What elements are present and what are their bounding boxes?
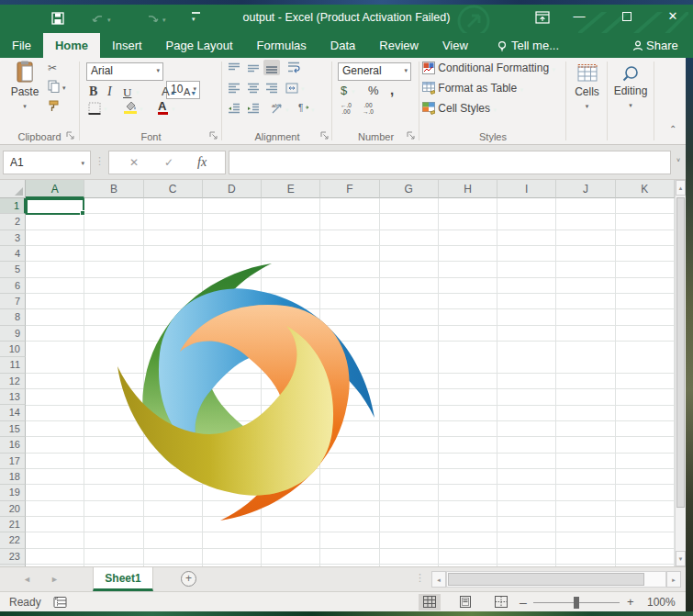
fill-color-button[interactable] xyxy=(124,100,137,114)
zoom-in-icon[interactable]: + xyxy=(627,595,634,609)
company-logo-image[interactable] xyxy=(108,254,384,530)
sheet-tab[interactable]: Sheet1 xyxy=(93,567,153,591)
accounting-format-button[interactable]: $ xyxy=(341,84,347,97)
hscroll-left-icon[interactable]: ◄ xyxy=(431,571,446,588)
align-left-icon[interactable] xyxy=(228,83,240,94)
number-dialog-launcher-icon[interactable] xyxy=(407,131,416,140)
row-header[interactable]: 12 xyxy=(0,374,26,389)
borders-caret-icon[interactable]: ▾ xyxy=(104,106,107,113)
ribbon-tab[interactable]: File xyxy=(0,33,43,58)
view-normal-button[interactable] xyxy=(419,594,441,610)
align-middle-icon[interactable] xyxy=(247,62,260,73)
row-header[interactable]: 13 xyxy=(0,389,26,405)
view-page-break-button[interactable] xyxy=(490,594,512,610)
column-header[interactable]: G xyxy=(380,180,439,198)
row-header[interactable]: 7 xyxy=(0,294,26,309)
font-family-select[interactable]: Arial▾ xyxy=(86,62,163,81)
align-right-icon[interactable] xyxy=(265,83,278,94)
column-header[interactable]: I xyxy=(497,180,556,198)
select-all-corner[interactable] xyxy=(0,180,26,198)
row-header[interactable]: 19 xyxy=(0,485,26,500)
merge-center-icon[interactable] xyxy=(285,83,298,94)
scroll-up-icon[interactable]: ▲ xyxy=(676,180,686,196)
decrease-indent-icon[interactable] xyxy=(228,103,240,114)
maximize-button[interactable] xyxy=(611,5,643,28)
font-color-button[interactable]: A xyxy=(158,99,166,113)
name-box[interactable]: A1 ▾ xyxy=(3,151,91,174)
align-bottom-icon[interactable] xyxy=(265,62,278,73)
grow-font-button[interactable]: A▲ xyxy=(162,84,176,98)
namebox-splitter-icon[interactable]: ⋮ xyxy=(95,155,105,167)
minimize-button[interactable]: — xyxy=(564,5,595,28)
decrease-decimal-button[interactable]: .00→.0 xyxy=(360,103,376,115)
font-color-caret-icon[interactable]: ▾ xyxy=(172,106,175,113)
italic-button[interactable]: I xyxy=(107,84,112,99)
fill-handle[interactable] xyxy=(80,210,85,216)
tell-me-box[interactable]: Tell me... xyxy=(511,39,559,52)
ribbon-display-options-icon[interactable] xyxy=(535,11,550,24)
column-header[interactable]: B xyxy=(84,180,143,198)
format-painter-icon[interactable] xyxy=(48,100,60,112)
scroll-down-icon[interactable]: ▼ xyxy=(676,551,686,566)
style-menu-button[interactable]: Cell Styles ▾ xyxy=(422,102,555,122)
column-header[interactable]: D xyxy=(203,180,262,198)
row-header[interactable]: 5 xyxy=(0,262,26,277)
view-page-layout-button[interactable] xyxy=(454,594,476,610)
accounting-caret-icon[interactable]: ▾ xyxy=(352,88,355,95)
orientation-icon[interactable] xyxy=(271,102,284,115)
row-header[interactable]: 23 xyxy=(0,549,26,565)
alignment-dialog-launcher-icon[interactable] xyxy=(320,131,330,140)
enter-icon[interactable]: ✓ xyxy=(164,156,173,169)
row-header[interactable]: 20 xyxy=(0,501,26,517)
wrap-text-icon[interactable] xyxy=(287,62,300,73)
row-header[interactable]: 10 xyxy=(0,342,26,357)
cells-group-button[interactable]: Cells ▾ xyxy=(567,61,607,134)
style-menu-button[interactable]: Format as Table ▾ xyxy=(422,82,555,102)
align-center-icon[interactable] xyxy=(247,83,260,94)
zoom-out-icon[interactable]: – xyxy=(520,595,527,610)
column-header[interactable]: C xyxy=(144,180,203,198)
grid-canvas[interactable] xyxy=(26,198,675,566)
font-dialog-launcher-icon[interactable] xyxy=(209,131,218,140)
row-header[interactable]: 11 xyxy=(0,357,26,373)
row-header[interactable]: 21 xyxy=(0,517,26,532)
column-header[interactable]: K xyxy=(616,180,675,198)
row-header[interactable]: 4 xyxy=(0,246,26,262)
new-sheet-icon[interactable]: + xyxy=(181,571,196,587)
editing-group-button[interactable]: Editing ▾ xyxy=(609,61,653,134)
copy-caret-icon[interactable]: ▾ xyxy=(62,84,66,92)
comma-style-button[interactable]: , xyxy=(390,82,394,97)
number-format-select[interactable]: General▾ xyxy=(338,62,411,81)
copy-icon[interactable] xyxy=(48,80,60,93)
ribbon-tab[interactable]: Review xyxy=(367,33,430,58)
horizontal-scroll-thumb[interactable] xyxy=(448,573,644,586)
merge-caret-icon[interactable]: ▾ xyxy=(301,85,305,93)
column-header[interactable]: J xyxy=(556,180,615,198)
horizontal-scrollbar[interactable] xyxy=(446,571,666,588)
column-header[interactable]: H xyxy=(439,180,497,198)
clipboard-dialog-launcher-icon[interactable] xyxy=(66,131,75,140)
active-cell-selection[interactable] xyxy=(26,198,84,215)
row-header[interactable]: 22 xyxy=(0,532,26,548)
ribbon-tab[interactable]: Data xyxy=(319,33,367,58)
row-header[interactable]: 2 xyxy=(0,214,26,230)
row-header[interactable]: 16 xyxy=(0,437,26,453)
row-header[interactable]: 1 xyxy=(0,198,26,214)
insert-function-icon[interactable]: fx xyxy=(197,155,207,170)
row-header[interactable]: 15 xyxy=(0,421,26,437)
sheet-nav-prev-icon[interactable]: ◄ xyxy=(23,575,31,584)
collapse-ribbon-icon[interactable]: ⌃ xyxy=(669,124,676,134)
column-header[interactable]: E xyxy=(262,180,320,198)
increase-decimal-button[interactable]: ←.0.00 xyxy=(338,103,354,115)
borders-icon[interactable] xyxy=(88,102,101,115)
cut-icon[interactable]: ✂ xyxy=(48,62,57,74)
row-header[interactable]: 6 xyxy=(0,278,26,294)
text-direction-icon[interactable] xyxy=(296,102,309,114)
macro-record-icon[interactable] xyxy=(53,596,67,609)
column-header[interactable]: F xyxy=(320,180,379,198)
shrink-font-button[interactable]: A▼ xyxy=(184,86,196,97)
zoom-slider-thumb[interactable] xyxy=(574,597,579,609)
share-button[interactable]: Share xyxy=(646,39,678,52)
ribbon-tab[interactable]: Page Layout xyxy=(154,33,245,58)
row-header[interactable]: 9 xyxy=(0,326,26,342)
